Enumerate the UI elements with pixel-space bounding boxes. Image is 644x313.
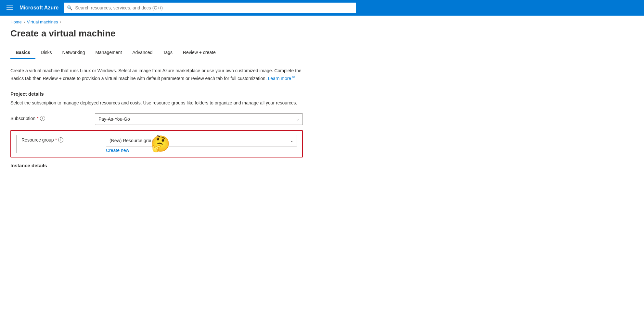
resource-group-chevron-icon: ⌄ — [290, 138, 293, 143]
resource-group-label: Resource group * i — [21, 135, 106, 143]
tab-review-create[interactable]: Review + create — [178, 47, 221, 59]
tab-disks[interactable]: Disks — [35, 47, 57, 59]
content-area: Create a virtual machine that runs Linux… — [0, 59, 455, 176]
learn-more-link[interactable]: Learn more ⧉ — [268, 76, 295, 81]
resource-group-content: Resource group * i (New) Resource group … — [21, 135, 297, 153]
indent-line — [16, 135, 17, 153]
subscription-value: Pay-As-You-Go — [98, 116, 130, 122]
breadcrumb-sep-1: › — [24, 20, 25, 24]
page-title: Create a virtual machine — [0, 26, 644, 47]
resource-group-inner: Resource group * i (New) Resource group … — [16, 135, 297, 153]
page-description: Create a virtual machine that runs Linux… — [10, 67, 303, 82]
resource-group-control: (New) Resource group ⌄ Create new — [106, 135, 297, 153]
breadcrumb: Home › Virtual machines › — [0, 16, 644, 26]
project-details-title: Project details — [10, 91, 444, 97]
resource-group-value: (New) Resource group — [109, 138, 155, 143]
tab-management[interactable]: Management — [90, 47, 127, 59]
resource-group-dropdown[interactable]: (New) Resource group ⌄ — [106, 135, 297, 146]
search-bar[interactable]: 🔍 — [64, 3, 356, 13]
subscription-section: Subscription * i Pay-As-You-Go ⌄ — [10, 113, 303, 125]
tab-basics[interactable]: Basics — [10, 47, 35, 59]
search-input[interactable] — [75, 5, 353, 10]
project-details-description: Select the subscription to manage deploy… — [10, 99, 303, 106]
subscription-chevron-icon: ⌄ — [296, 117, 299, 121]
subscription-row: Subscription * i Pay-As-You-Go ⌄ — [10, 113, 303, 125]
search-icon: 🔍 — [67, 5, 72, 10]
resource-group-info-icon[interactable]: i — [58, 137, 63, 143]
tab-tags[interactable]: Tags — [158, 47, 178, 59]
breadcrumb-home[interactable]: Home — [10, 20, 22, 24]
breadcrumb-sep-2: › — [60, 20, 61, 24]
tab-advanced[interactable]: Advanced — [127, 47, 158, 59]
resource-group-section: Resource group * i (New) Resource group … — [10, 130, 303, 157]
topbar: Microsoft Azure 🔍 — [0, 0, 644, 16]
breadcrumb-virtual-machines[interactable]: Virtual machines — [27, 20, 58, 24]
subscription-control: Pay-As-You-Go ⌄ — [95, 113, 303, 125]
create-new-link[interactable]: Create new — [106, 148, 129, 153]
tabs-container: Basics Disks Networking Management Advan… — [0, 47, 644, 59]
subscription-dropdown[interactable]: Pay-As-You-Go ⌄ — [95, 113, 303, 125]
subscription-label: Subscription * i — [10, 113, 95, 121]
resource-group-row: Resource group * i (New) Resource group … — [21, 135, 297, 153]
app-title: Microsoft Azure — [19, 5, 58, 11]
menu-button[interactable] — [5, 4, 14, 11]
external-link-icon: ⧉ — [292, 75, 295, 79]
subscription-info-icon[interactable]: i — [40, 116, 45, 121]
tab-networking[interactable]: Networking — [57, 47, 90, 59]
instance-details-title: Instance details — [10, 163, 444, 168]
subscription-required-star: * — [37, 116, 38, 121]
resource-group-required-star: * — [55, 137, 57, 143]
